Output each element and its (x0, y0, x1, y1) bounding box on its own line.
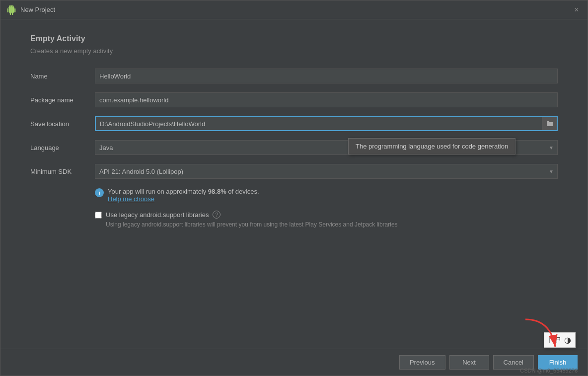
dialog-title: New Project (20, 6, 55, 13)
checkbox-label: Use legacy android.support libraries (106, 211, 209, 219)
name-row: Name (30, 69, 558, 83)
language-row: Language Java Kotlin ▼ The programming l… (30, 140, 558, 155)
android-icon (6, 5, 16, 15)
watermark: CSDN @m0_65489276 (520, 368, 578, 374)
info-text: Your app will run on approximately 98.8%… (108, 188, 259, 195)
info-row: i Your app will run on approximately 98.… (95, 188, 558, 203)
checkbox-wrapper: Use legacy android.support libraries ? (95, 211, 398, 219)
checkbox-description: Using legacy android.support libraries w… (106, 221, 398, 229)
info-text-container: Your app will run on approximately 98.8%… (108, 188, 259, 203)
language-tooltip: The programming language used for code g… (348, 138, 515, 154)
info-text-prefix: Your app will run on approximately (108, 188, 208, 195)
legacy-support-checkbox[interactable] (95, 212, 102, 219)
help-me-choose-link[interactable]: Help me choose (108, 195, 154, 203)
browse-folder-button[interactable] (542, 117, 557, 130)
name-input[interactable] (95, 69, 558, 83)
checkbox-section: Use legacy android.support libraries ? U… (95, 211, 398, 229)
package-label: Package name (30, 96, 95, 104)
minimum-sdk-row: Minimum SDK API 21: Android 5.0 (Lollipo… (30, 164, 558, 179)
save-location-wrapper (95, 116, 558, 131)
finish-arrow (520, 314, 560, 354)
section-subtitle: Creates a new empty activity (30, 47, 558, 55)
minimum-sdk-select-wrapper: API 21: Android 5.0 (Lollipop) API 23: A… (95, 164, 558, 179)
save-location-label: Save location (30, 120, 95, 128)
save-location-row: Save location (30, 116, 558, 131)
info-bold: 98.8% (208, 188, 226, 195)
dialog-footer: Previous Next Cancel Finish CSDN @m0_654… (0, 349, 588, 376)
section-title: Empty Activity (30, 34, 558, 43)
package-input[interactable] (95, 92, 558, 107)
toolbar-icon-theme[interactable]: ◑ (564, 335, 571, 345)
close-button[interactable]: × (572, 5, 582, 15)
name-label: Name (30, 73, 95, 80)
title-bar: New Project × (0, 0, 588, 19)
package-row: Package name (30, 92, 558, 107)
minimum-sdk-select[interactable]: API 21: Android 5.0 (Lollipop) API 23: A… (95, 164, 558, 179)
folder-icon (546, 121, 553, 127)
previous-button[interactable]: Previous (399, 355, 445, 370)
minimum-sdk-label: Minimum SDK (30, 168, 95, 175)
info-icon: i (95, 188, 104, 197)
language-label: Language (30, 144, 95, 151)
info-text-suffix: of devices. (226, 188, 259, 195)
dialog-content: Empty Activity Creates a new empty activ… (0, 19, 588, 349)
checkbox-row: Use legacy android.support libraries ? U… (95, 211, 558, 229)
next-button[interactable]: Next (449, 355, 489, 370)
help-question-button[interactable]: ? (213, 211, 220, 219)
arrow-overlay (520, 314, 560, 356)
title-bar-left: New Project (6, 5, 55, 15)
new-project-dialog: New Project × Empty Activity Creates a n… (0, 0, 588, 376)
save-location-input[interactable] (96, 117, 542, 130)
